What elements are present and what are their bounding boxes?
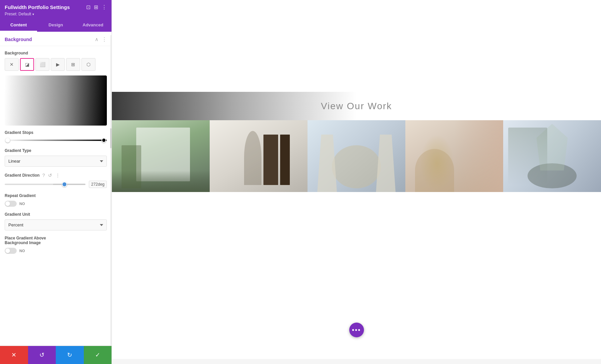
gradient-unit-field: Gradient Unit Percent Pixels xyxy=(5,212,107,230)
gradient-type-label: Gradient Type xyxy=(5,148,107,153)
background-section-header: Background ∧ ⋮ xyxy=(0,32,112,46)
portfolio-image-4[interactable] xyxy=(405,120,503,192)
portfolio-image-1-content xyxy=(112,120,210,192)
place-gradient-toggle[interactable] xyxy=(5,248,17,254)
tab-design[interactable]: Design xyxy=(37,19,74,32)
gradient-direction-field: Gradient Direction ? ↺ ⋮ 272deg xyxy=(5,172,107,188)
floating-action-button[interactable]: ••• xyxy=(349,323,364,337)
portfolio-images-row xyxy=(112,120,601,192)
cancel-icon: ✕ xyxy=(11,351,16,359)
gradient-direction-slider[interactable] xyxy=(5,184,85,185)
gradient-direction-row: Gradient Direction ? ↺ ⋮ xyxy=(5,172,107,179)
grid-icon[interactable]: ⊞ xyxy=(94,4,98,10)
canvas-area: View Our Work xyxy=(112,0,601,364)
save-button[interactable]: ✓ xyxy=(84,346,112,364)
bg-type-pattern[interactable]: ⊞ xyxy=(66,58,80,71)
gradient-stops-section: Gradient Stops xyxy=(5,130,107,143)
gradient-direction-value[interactable]: 272deg xyxy=(89,181,107,188)
portfolio-image-2-content xyxy=(210,120,308,192)
repeat-gradient-label: Repeat Gradient xyxy=(5,193,107,198)
collapse-icon[interactable]: ∧ xyxy=(95,36,98,42)
bg-type-video[interactable]: ▶ xyxy=(51,58,65,71)
video-bg-icon: ▶ xyxy=(56,62,60,67)
section-header-controls: ∧ ⋮ xyxy=(95,36,107,42)
gradient-preview[interactable] xyxy=(5,75,107,126)
portfolio-image-3[interactable] xyxy=(308,120,405,192)
panel-footer: ✕ ↺ ↻ ✓ xyxy=(0,346,112,364)
section-more-icon[interactable]: ⋮ xyxy=(102,36,107,42)
repeat-gradient-toggle[interactable] xyxy=(5,201,17,207)
fullscreen-icon[interactable]: ⊡ xyxy=(86,4,90,10)
place-gradient-label: Place Gradient Above Background Image xyxy=(5,236,107,245)
portfolio-image-1[interactable] xyxy=(112,120,210,192)
redo-icon: ↻ xyxy=(67,351,72,359)
image-bg-icon: ⬜ xyxy=(40,62,45,67)
portfolio-image-5-content xyxy=(503,120,601,192)
gradient-stop-left[interactable] xyxy=(5,138,10,143)
gradient-stop-line xyxy=(5,140,107,141)
save-icon: ✓ xyxy=(95,351,100,359)
section-content: Background ✕ ◪ ⬜ ▶ ⊞ ⬡ xyxy=(0,46,112,264)
settings-panel: Fullwidth Portfolio Settings ⊡ ⊞ ⋮ Prese… xyxy=(0,0,112,364)
mask-bg-icon: ⬡ xyxy=(86,62,90,67)
background-field-label: Background xyxy=(5,51,107,55)
help-icon[interactable]: ? xyxy=(42,172,46,179)
preset-text: Preset: Default xyxy=(5,12,31,16)
no-bg-icon: ✕ xyxy=(10,62,14,67)
panel-header: Fullwidth Portfolio Settings ⊡ ⊞ ⋮ Prese… xyxy=(0,0,112,19)
repeat-gradient-field: Repeat Gradient NO xyxy=(5,193,107,207)
bg-type-mask[interactable]: ⬡ xyxy=(81,58,95,71)
gradient-stop-right[interactable] xyxy=(102,138,106,143)
scroll-bar xyxy=(110,35,112,346)
bg-type-image[interactable]: ⬜ xyxy=(35,58,49,71)
place-gradient-toggle-row: NO xyxy=(5,248,107,254)
gradient-type-field: Gradient Type Linear Radial xyxy=(5,148,107,167)
direction-more-icon[interactable]: ⋮ xyxy=(55,172,61,179)
portfolio-image-2[interactable] xyxy=(210,120,308,192)
portfolio-image-5[interactable] xyxy=(503,120,601,192)
portfolio-section: View Our Work xyxy=(112,92,601,192)
gradient-stops-label: Gradient Stops xyxy=(5,130,107,135)
preset-selector[interactable]: Preset: Default ▾ xyxy=(5,12,107,16)
panel-header-icons: ⊡ ⊞ ⋮ xyxy=(86,4,107,10)
place-gradient-toggle-label: NO xyxy=(19,249,25,253)
gradient-unit-label: Gradient Unit xyxy=(5,212,107,217)
gradient-direction-label: Gradient Direction xyxy=(5,173,40,178)
gradient-icon: ◪ xyxy=(25,62,29,67)
tab-advanced[interactable]: Advanced xyxy=(74,19,112,32)
reset-direction-icon[interactable]: ↺ xyxy=(47,172,53,179)
redo-button[interactable]: ↻ xyxy=(56,346,84,364)
undo-button[interactable]: ↺ xyxy=(28,346,56,364)
panel-body: Background ∧ ⋮ Background ✕ ◪ ⬜ xyxy=(0,32,112,346)
gradient-type-select[interactable]: Linear Radial xyxy=(5,156,107,167)
portfolio-header: View Our Work xyxy=(112,92,601,120)
bg-type-none[interactable]: ✕ xyxy=(5,58,19,71)
panel-title: Fullwidth Portfolio Settings xyxy=(5,4,70,10)
portfolio-image-3-content xyxy=(308,120,405,192)
gradient-stop-track[interactable] xyxy=(5,138,107,143)
more-options-icon[interactable]: ⋮ xyxy=(102,4,107,10)
gradient-unit-select[interactable]: Percent Pixels xyxy=(5,219,107,230)
preset-chevron: ▾ xyxy=(32,12,34,16)
undo-icon: ↺ xyxy=(39,351,44,359)
fab-dots: ••• xyxy=(352,326,361,334)
scroll-thumb[interactable] xyxy=(110,128,112,148)
direction-slider-row: 272deg xyxy=(5,181,107,188)
cancel-button[interactable]: ✕ xyxy=(0,346,28,364)
place-gradient-field: Place Gradient Above Background Image NO xyxy=(5,236,107,254)
bg-type-gradient[interactable]: ◪ xyxy=(20,58,34,71)
pattern-bg-icon: ⊞ xyxy=(71,62,75,67)
section-title: Background xyxy=(5,37,32,42)
tab-content[interactable]: Content xyxy=(0,19,37,32)
panel-tabs: Content Design Advanced xyxy=(0,19,112,32)
bg-type-row: ✕ ◪ ⬜ ▶ ⊞ ⬡ xyxy=(5,58,107,71)
repeat-gradient-toggle-row: NO xyxy=(5,201,107,207)
repeat-gradient-toggle-label: NO xyxy=(19,202,25,206)
canvas-top-space xyxy=(112,0,601,92)
portfolio-header-text: View Our Work xyxy=(321,101,392,112)
portfolio-image-4-content xyxy=(405,120,503,192)
